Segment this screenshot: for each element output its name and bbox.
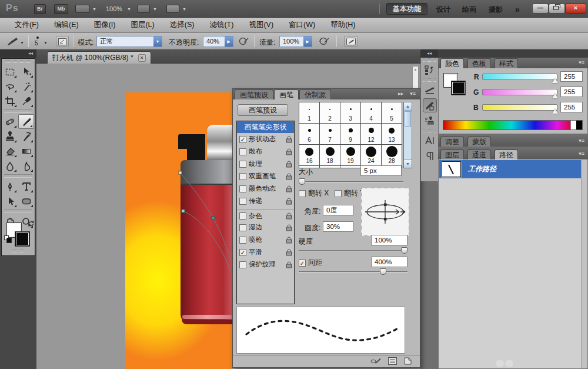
brush-tip[interactable]: 4 — [361, 102, 381, 123]
background-color-swatch[interactable] — [15, 231, 30, 247]
tab-color[interactable]: 颜色 — [440, 58, 464, 68]
eraser-tool[interactable] — [2, 144, 18, 158]
lock-icon[interactable] — [286, 198, 292, 205]
screen-mode-dropdown-icon[interactable]: ▼ — [182, 7, 186, 11]
checkbox[interactable] — [239, 212, 246, 220]
tab-styles[interactable]: 样式 — [495, 58, 518, 68]
angle-roundness-widget[interactable] — [361, 188, 409, 236]
opacity-field[interactable]: 40% ▶ — [203, 36, 233, 47]
checkbox[interactable] — [299, 190, 306, 197]
color-spectrum-ramp[interactable] — [443, 120, 583, 130]
brush-tool-preset-icon[interactable] — [6, 36, 19, 48]
angle-field[interactable]: 0度 — [323, 205, 353, 215]
arrange-documents-icon[interactable] — [137, 5, 150, 13]
brush-tool[interactable] — [18, 114, 34, 129]
tab-clone-source[interactable]: 仿制源 — [299, 89, 331, 99]
menu-layer[interactable]: 图层(L) — [123, 20, 162, 30]
flow-spinner-icon[interactable]: ▶ — [303, 36, 312, 46]
slider-thumb[interactable] — [299, 178, 305, 185]
tab-channels[interactable]: 通道 — [467, 149, 491, 159]
menu-window[interactable]: 窗口(W) — [281, 20, 323, 30]
tablet-opacity-icon[interactable] — [239, 36, 249, 48]
clone-stamp-tool[interactable] — [2, 129, 18, 144]
brush-tip[interactable]: 3 — [340, 102, 360, 123]
menu-image[interactable]: 图像(I) — [86, 20, 123, 30]
brush-tip[interactable]: 24 — [361, 145, 381, 165]
checkbox[interactable] — [239, 237, 246, 244]
checkbox[interactable] — [239, 148, 246, 155]
roundness-field[interactable]: 30% — [323, 221, 353, 232]
clone-source-panel-icon[interactable] — [423, 114, 437, 128]
dock-grip[interactable] — [423, 58, 436, 62]
history-brush-tool[interactable] — [18, 129, 34, 144]
path-thumbnail[interactable] — [442, 161, 461, 177]
brush-tip[interactable]: 19 — [340, 145, 360, 165]
lock-icon[interactable] — [286, 237, 292, 244]
channel-b-value[interactable]: 255 — [560, 102, 583, 112]
scroll-up-icon[interactable]: ▲ — [414, 68, 417, 71]
background-color-swatch[interactable] — [451, 81, 466, 95]
magic-wand-tool[interactable] — [18, 79, 34, 94]
mode-select[interactable]: 正常 ▼ — [96, 36, 162, 47]
menu-view[interactable]: 视图(V) — [241, 20, 281, 30]
brush-panel-dock-icon[interactable] — [423, 98, 437, 112]
character-panel-icon[interactable] — [423, 134, 437, 148]
toolbar-grip[interactable] — [5, 60, 31, 63]
brush-size-dropdown-icon[interactable]: ▼ — [44, 41, 48, 45]
brush-tip-preview-size[interactable]: 5 — [35, 40, 38, 46]
tool-preset-dropdown-icon[interactable]: ▼ — [20, 41, 24, 45]
checkbox[interactable] — [239, 185, 246, 192]
checkbox[interactable] — [239, 261, 246, 268]
brush-tip[interactable]: 18 — [320, 145, 340, 165]
lock-icon[interactable] — [286, 224, 292, 231]
document-tab[interactable]: 打火机 @ 100%(RGB/8) * ✕ — [47, 51, 151, 64]
view-extras-icon[interactable] — [75, 5, 89, 13]
channel-r-value[interactable]: 255 — [560, 71, 583, 82]
healing-brush-tool[interactable] — [2, 114, 18, 129]
tab-paths[interactable]: 路径 — [495, 149, 518, 159]
marquee-tool[interactable] — [2, 64, 18, 79]
checkbox[interactable] — [335, 190, 342, 197]
brush-tip[interactable]: 1 — [299, 102, 319, 123]
menu-help[interactable]: 帮助(H) — [323, 20, 363, 30]
brush-tip-partial[interactable] — [340, 166, 360, 168]
lasso-tool[interactable] — [2, 79, 18, 94]
bridge-button[interactable]: Br — [34, 4, 46, 14]
channel-g-value[interactable]: 255 — [560, 87, 583, 97]
lock-icon[interactable] — [286, 136, 292, 143]
brush-tip[interactable]: 28 — [382, 145, 402, 165]
brush-tip[interactable]: 2 — [320, 102, 340, 123]
toolbar-collapse-icon[interactable]: ◂◂ — [0, 49, 36, 58]
flow-field[interactable]: 100% ▶ — [279, 36, 312, 47]
setting-transfer[interactable]: 传递 — [237, 195, 294, 207]
bristle-preview-icon[interactable] — [370, 357, 381, 367]
brush-tip[interactable]: 7 — [320, 124, 340, 144]
workspace-overflow-icon[interactable]: » — [515, 5, 520, 14]
scroll-up-icon[interactable]: ▲ — [404, 102, 412, 111]
tab-swatches[interactable]: 色板 — [467, 58, 491, 68]
pen-tool[interactable] — [2, 179, 18, 194]
brush-tip[interactable]: 12 — [361, 124, 381, 144]
checkbox[interactable]: ✓ — [239, 136, 246, 143]
screen-mode-icon[interactable] — [166, 5, 179, 13]
view-extras-dropdown-icon[interactable]: ▼ — [92, 7, 96, 11]
eyedropper-tool[interactable] — [18, 94, 34, 108]
tab-adjustments[interactable]: 调整 — [440, 137, 464, 147]
move-tool[interactable] — [18, 64, 34, 79]
workspace-photo-button[interactable]: 摄影 — [489, 5, 503, 15]
panel-menu-icon[interactable]: ▾≡ — [410, 91, 416, 97]
channel-g-slider-thumb[interactable] — [552, 94, 558, 98]
size-field[interactable]: 5 px — [360, 165, 402, 176]
checkbox[interactable] — [239, 173, 246, 180]
tab-brush-presets[interactable]: 画笔预设 — [235, 89, 273, 99]
brush-tip-partial[interactable] — [320, 166, 340, 168]
swap-colors-icon[interactable] — [28, 220, 35, 229]
tool-presets-panel-icon[interactable] — [423, 83, 437, 97]
spacing-checkbox[interactable]: ✓ 间距 — [299, 258, 322, 268]
setting-noise[interactable]: 杂色 — [237, 209, 294, 221]
channel-b-slider[interactable] — [482, 104, 557, 111]
setting-airbrush[interactable]: 喷枪 — [237, 234, 294, 246]
menu-select[interactable]: 选择(S) — [162, 20, 202, 30]
document-close-icon[interactable]: ✕ — [138, 54, 146, 62]
slider-thumb[interactable] — [401, 247, 407, 254]
